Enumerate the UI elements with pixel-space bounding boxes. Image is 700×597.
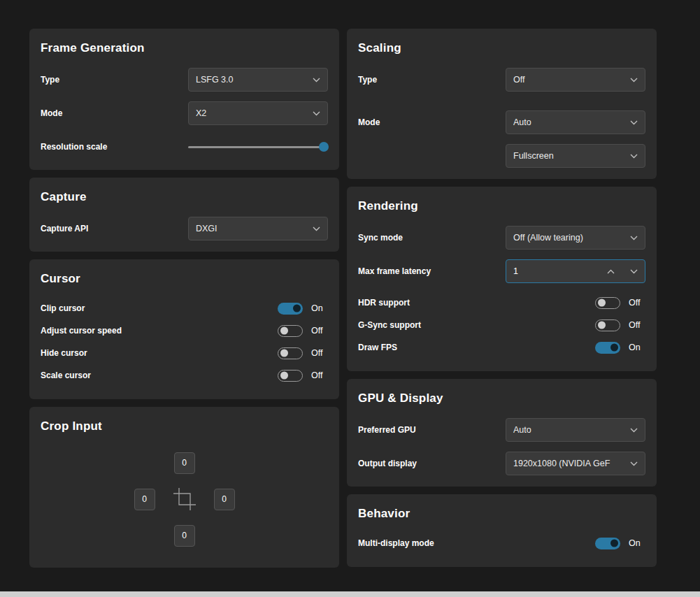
hide-cursor-row: Hide cursor Off bbox=[41, 343, 328, 363]
toggle-wrap: Off bbox=[595, 319, 645, 331]
frame-generation-title: Frame Generation bbox=[41, 41, 328, 55]
gpu-display-card: GPU & Display Preferred GPU Auto Output … bbox=[347, 379, 657, 487]
type-label: Type bbox=[41, 75, 59, 85]
frame-generation-mode-select[interactable]: X2 bbox=[188, 101, 328, 125]
output-display-row: Output display 1920x1080 (NVIDIA GeF bbox=[358, 452, 645, 475]
right-column: Scaling Type Off Mode Auto Fullscreen bbox=[347, 29, 657, 568]
scale-cursor-row: Scale cursor Off bbox=[41, 366, 328, 385]
toggle-knob bbox=[598, 322, 606, 329]
toggle-wrap: On bbox=[595, 342, 645, 354]
multi-display-mode-label: Multi-display mode bbox=[358, 538, 434, 548]
toggle-state-label: Off bbox=[311, 371, 328, 380]
multi-display-mode-row: Multi-display mode On bbox=[358, 533, 645, 553]
toggle-state-label: Off bbox=[311, 326, 328, 336]
toggle-wrap: On bbox=[595, 538, 645, 549]
capture-api-select[interactable]: DXGI bbox=[188, 217, 328, 240]
sync-mode-select[interactable]: Off (Allow tearing) bbox=[506, 226, 645, 250]
toggle-wrap: Off bbox=[278, 347, 328, 359]
toggle-state-label: On bbox=[629, 538, 645, 548]
rendering-card: Rendering Sync mode Off (Allow tearing) … bbox=[347, 187, 657, 371]
clip-cursor-row: Clip cursor On bbox=[41, 298, 328, 318]
scaling-title: Scaling bbox=[358, 41, 645, 55]
clip-cursor-toggle[interactable] bbox=[278, 303, 303, 315]
chevron-down-icon bbox=[630, 236, 638, 240]
multi-display-mode-toggle[interactable] bbox=[595, 538, 620, 549]
window-mode-select[interactable]: Fullscreen bbox=[506, 144, 645, 168]
toggle-knob bbox=[598, 299, 606, 307]
scaling-mode-select[interactable]: Auto bbox=[506, 110, 645, 134]
sync-mode-row: Sync mode Off (Allow tearing) bbox=[358, 226, 645, 250]
chevron-down-icon bbox=[630, 461, 638, 466]
capture-api-row: Capture API DXGI bbox=[41, 217, 328, 240]
crop-left-input[interactable] bbox=[134, 489, 155, 510]
toggle-knob bbox=[610, 540, 618, 547]
chevron-down-icon bbox=[313, 226, 320, 231]
horizontal-scrollbar[interactable] bbox=[0, 591, 700, 597]
frame-generation-type-select[interactable]: LSFG 3.0 bbox=[188, 68, 328, 92]
output-display-select[interactable]: 1920x1080 (NVIDIA GeF bbox=[506, 452, 645, 475]
resolution-scale-slider[interactable] bbox=[188, 135, 328, 159]
select-value: 1920x1080 (NVIDIA GeF bbox=[513, 459, 626, 468]
toggle-wrap: Off bbox=[278, 325, 328, 337]
toggle-state-label: Off bbox=[629, 320, 645, 330]
toggle-wrap: On bbox=[278, 303, 328, 315]
crop-right-input[interactable] bbox=[214, 489, 235, 510]
toggle-state-label: On bbox=[311, 303, 328, 313]
scale-cursor-toggle[interactable] bbox=[278, 370, 303, 382]
select-value: X2 bbox=[196, 108, 308, 118]
capture-title: Capture bbox=[41, 190, 328, 204]
spinner-value: 1 bbox=[513, 266, 603, 276]
gsync-support-row: G-Sync support Off bbox=[358, 315, 645, 335]
cursor-title: Cursor bbox=[41, 272, 328, 286]
gsync-support-toggle[interactable] bbox=[595, 319, 620, 331]
gsync-support-label: G-Sync support bbox=[358, 320, 421, 330]
toggle-state-label: Off bbox=[311, 348, 328, 358]
capture-card: Capture Capture API DXGI bbox=[29, 178, 339, 252]
hdr-support-toggle[interactable] bbox=[595, 297, 620, 309]
resolution-scale-row: Resolution scale bbox=[41, 135, 328, 159]
hide-cursor-label: Hide cursor bbox=[41, 348, 87, 358]
gpu-display-title: GPU & Display bbox=[358, 391, 645, 405]
capture-api-label: Capture API bbox=[41, 224, 88, 233]
slider-thumb[interactable] bbox=[319, 142, 329, 152]
scale-cursor-label: Scale cursor bbox=[41, 371, 91, 380]
chevron-down-icon bbox=[630, 78, 638, 82]
crop-top-input[interactable] bbox=[174, 452, 195, 474]
scaling-mode-row: Mode Auto bbox=[358, 110, 645, 134]
toggle-knob bbox=[293, 305, 301, 312]
toggle-knob bbox=[280, 372, 288, 380]
adjust-cursor-speed-row: Adjust cursor speed Off bbox=[41, 321, 328, 340]
hdr-support-row: HDR support Off bbox=[358, 293, 645, 312]
max-frame-latency-spinner[interactable]: 1 bbox=[506, 259, 645, 283]
frame-generation-card: Frame Generation Type LSFG 3.0 Mode X2 R… bbox=[29, 29, 339, 170]
select-value: Off (Allow tearing) bbox=[513, 233, 626, 243]
adjust-cursor-speed-toggle[interactable] bbox=[278, 325, 303, 337]
select-value: Auto bbox=[513, 117, 626, 127]
chevron-down-icon bbox=[630, 120, 638, 125]
max-frame-latency-row: Max frame latency 1 bbox=[358, 259, 645, 283]
scaling-type-row: Type Off bbox=[358, 68, 645, 92]
output-display-label: Output display bbox=[358, 459, 417, 468]
chevron-down-icon[interactable] bbox=[630, 269, 638, 274]
chevron-down-icon bbox=[630, 154, 638, 159]
hide-cursor-toggle[interactable] bbox=[278, 347, 303, 359]
select-value: DXGI bbox=[196, 224, 308, 233]
toggle-state-label: On bbox=[629, 343, 645, 352]
frame-generation-type-row: Type LSFG 3.0 bbox=[41, 68, 328, 92]
window-mode-row: Fullscreen bbox=[358, 144, 645, 168]
rendering-title: Rendering bbox=[358, 199, 645, 213]
left-column: Frame Generation Type LSFG 3.0 Mode X2 R… bbox=[29, 29, 339, 568]
toggle-state-label: Off bbox=[629, 298, 645, 308]
cursor-card: Cursor Clip cursor On Adjust cursor spee… bbox=[29, 259, 339, 399]
slider-track bbox=[188, 146, 328, 148]
preferred-gpu-select[interactable]: Auto bbox=[506, 418, 645, 442]
crop-bottom-input[interactable] bbox=[174, 525, 195, 547]
chevron-down-icon bbox=[313, 111, 320, 116]
preferred-gpu-row: Preferred GPU Auto bbox=[358, 418, 645, 442]
draw-fps-toggle[interactable] bbox=[595, 342, 620, 354]
chevron-up-icon[interactable] bbox=[607, 269, 615, 274]
scaling-type-select[interactable]: Off bbox=[506, 68, 645, 92]
draw-fps-row: Draw FPS On bbox=[358, 338, 645, 357]
toggle-knob bbox=[280, 327, 288, 335]
mode-label: Mode bbox=[41, 108, 62, 118]
